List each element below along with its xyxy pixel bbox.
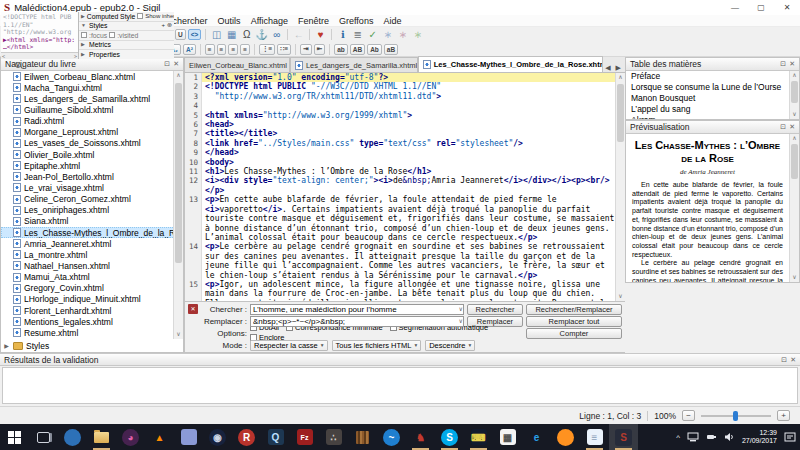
scroll-up-icon[interactable]: ∧ — [174, 71, 183, 80]
count-button[interactable]: Compter — [526, 328, 622, 339]
toc-item[interactable]: Manon Bousquet — [626, 93, 789, 104]
file-item[interactable]: Mamui_Ata.xhtml — [1, 272, 183, 283]
spellcheck-icon[interactable]: ✓ — [365, 28, 380, 41]
find-close-icon[interactable]: ✕ — [188, 304, 198, 314]
toc-item[interactable]: L’appel du sang — [626, 104, 789, 115]
file-item[interactable]: Les_dangers_de_Samarilla.xhtml — [1, 93, 183, 104]
zoom-in-button[interactable]: + — [777, 410, 790, 421]
inspect-magnifier-icon[interactable] — [15, 62, 21, 68]
code-line[interactable]: 15<p>Igor, un adolescent mince, la figur… — [185, 280, 615, 301]
preview-scrollbar[interactable]: ∧ ∨ — [789, 134, 799, 282]
mode-dropdown[interactable]: Respecter la casse▾ — [250, 340, 328, 351]
scroll-right-icon[interactable]: > — [74, 53, 77, 59]
code-line[interactable]: 14<p>Le cerbère au pelage cendré grognai… — [185, 242, 615, 280]
metadata-icon[interactable]: ℹ — [335, 28, 350, 41]
tab-next-icon[interactable]: ▶ — [614, 64, 623, 72]
file-item[interactable]: Celine_Ceron_Gomez.xhtml — [1, 194, 183, 205]
replace-dropdown-icon[interactable]: ∨ — [459, 316, 463, 327]
scroll-down-icon[interactable]: ∨ — [174, 330, 183, 339]
file-item[interactable]: Macha_Tangui.xhtml — [1, 82, 183, 93]
titlecase-button[interactable]: Ab — [367, 44, 382, 55]
inspector-hscrollbar[interactable]: < > — [1, 52, 78, 59]
taskbar-clock[interactable]: 12:39 27/09/2017 — [742, 429, 777, 446]
file-item[interactable]: Epitaphe.xhtml — [1, 160, 183, 171]
superscript-button[interactable]: A² — [183, 44, 196, 55]
code-line[interactable]: 1<?xml version="1.0" encoding="utf-8"?> — [185, 73, 615, 82]
inspector-dom-tree[interactable]: < > <!DOCTYPE html PUB1.1//EN""http://ww… — [1, 12, 79, 59]
file-item[interactable]: Siana.xhtml — [1, 216, 183, 227]
donate-heart-icon[interactable]: ♥ — [313, 28, 328, 41]
photos-app-icon[interactable]: ◕ — [116, 424, 145, 450]
mode-dropdown[interactable]: Descendre▾ — [425, 340, 475, 351]
file-item[interactable]: Les_vases_de_Soissons.xhtml — [1, 138, 183, 149]
filezilla-icon[interactable]: Fz — [290, 424, 319, 450]
code-line[interactable]: 5<html xmlns="http://www.w3.org/1999/xht… — [185, 111, 615, 120]
menu-outils[interactable]: Outils — [213, 15, 246, 27]
file-item[interactable]: Morgane_Leproust.xhtml — [1, 127, 183, 138]
skype-icon[interactable]: S — [435, 424, 464, 450]
scroll-down-icon[interactable]: ∨ — [790, 110, 799, 119]
volume-icon[interactable] — [724, 432, 735, 442]
inspector-section-metrics[interactable]: ▶Metrics — [79, 41, 174, 51]
sigil-taskbar-icon[interactable]: S — [609, 424, 638, 450]
scroll-up-icon[interactable]: ∧ — [790, 71, 799, 80]
file-item[interactable]: Olivier_Boile.xhtml — [1, 149, 183, 160]
toc-item[interactable]: Akram — [626, 115, 789, 119]
code-line[interactable]: 10<body> — [185, 158, 615, 167]
book-view-button[interactable]: U — [175, 29, 186, 40]
file-item[interactable]: Mentions_legales.xhtml — [1, 316, 183, 327]
twisty-collapsed-icon[interactable]: ▶ — [3, 342, 10, 349]
computed-style-row[interactable]: ▶ Computed Style Show inherited — [79, 12, 174, 22]
find-dropdown-icon[interactable]: ∨ — [459, 304, 463, 315]
code-line[interactable]: 4 — [185, 101, 615, 110]
style-options-icon[interactable]: ⊛ — [167, 22, 172, 31]
mode-dropdown[interactable]: Tous les fichiers HTML▾ — [332, 340, 422, 351]
show-inherited-checkbox[interactable] — [137, 13, 143, 19]
menu-aide[interactable]: Aide — [378, 15, 406, 27]
menu-affichage[interactable]: Affichage — [246, 15, 293, 27]
find-replace-button[interactable]: Rechercher/Remplacer — [526, 304, 622, 315]
file-item[interactable]: Les_Chasse-Mythes_l_Ombre_de_la_Ros... — [1, 227, 183, 238]
indent-increase-icon[interactable]: ⇥ — [300, 44, 311, 55]
panel-float-icon[interactable]: ⊡ — [780, 60, 786, 68]
wave-app-icon[interactable]: ~ — [377, 424, 406, 450]
file-item[interactable]: LHorloge_indique_Minuit.xhtml — [1, 294, 183, 305]
file-item[interactable]: La_montre.xhtml — [1, 249, 183, 260]
library-icon[interactable] — [348, 424, 377, 450]
gimp-icon[interactable]: ∴ — [319, 424, 348, 450]
close-icon[interactable]: ✕ — [774, 0, 800, 15]
calculator-icon[interactable]: ▦ — [493, 424, 522, 450]
code-line[interactable]: 7<title></title> — [185, 129, 615, 138]
vlc-icon[interactable]: ▲ — [145, 424, 174, 450]
file-item[interactable]: Le_vrai_visage.xhtml — [1, 182, 183, 193]
indent-decrease-icon[interactable]: ⇤ — [314, 44, 325, 55]
keyboard-app-icon[interactable]: ⌨ — [464, 424, 493, 450]
insert-image-icon[interactable]: ▦ — [224, 28, 239, 41]
task-view-button[interactable] — [29, 424, 58, 450]
replace-input[interactable] — [250, 316, 464, 327]
styles-row[interactable]: ▼ Styles +⊛ — [79, 22, 174, 32]
code-line[interactable]: 13<p>En cette aube blafarde de février, … — [185, 195, 615, 242]
anchor-icon[interactable]: ⚓ — [254, 28, 269, 41]
panel-float-icon[interactable]: ⊡ — [164, 60, 170, 68]
file-item[interactable]: Gregory_Covin.xhtml — [1, 283, 183, 294]
start-button[interactable] — [0, 424, 29, 450]
add-style-icon[interactable]: + — [161, 22, 165, 31]
menu-greffons[interactable]: Greffons — [334, 15, 378, 27]
power-plug-icon[interactable] — [706, 432, 717, 442]
lowercase-button[interactable]: ab — [334, 44, 348, 55]
thunderbird-icon[interactable] — [58, 424, 87, 450]
file-item[interactable]: Radi.xhtml — [1, 116, 183, 127]
code-line[interactable]: 9</head> — [185, 148, 615, 157]
toc-scrollbar[interactable]: ∧ ∨ — [789, 71, 799, 119]
tab-prev-icon[interactable]: ◀ — [603, 64, 612, 72]
file-explorer-icon[interactable] — [87, 424, 116, 450]
file-item[interactable]: Eilwen_Corbeau_Blanc.xhtml — [1, 71, 183, 82]
search-app-icon[interactable]: Q — [261, 424, 290, 450]
swapcase-button[interactable]: aB — [384, 44, 398, 55]
editor-tab[interactable]: Eilwen_Corbeau_Blanc.xhtml✕ — [184, 57, 290, 72]
file-item[interactable]: Jean-Pol_Bertollo.xhtml — [1, 171, 183, 182]
toc-item[interactable]: Lorsque se consume la Lune de l’Ourse — [626, 82, 789, 93]
dragon-app-icon[interactable]: ♞ — [406, 424, 435, 450]
tray-chevron-icon[interactable]: ^ — [676, 433, 680, 442]
